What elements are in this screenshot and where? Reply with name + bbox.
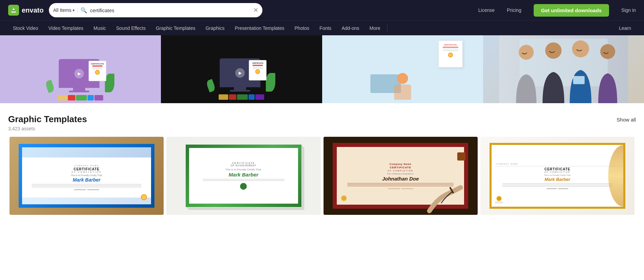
section-title: Graphic Templates (8, 114, 87, 125)
unlimited-downloads-button[interactable]: Get unlimited downloads (534, 4, 609, 17)
svg-point-5 (519, 45, 534, 60)
person-head (397, 73, 408, 84)
pricing-link[interactable]: Pricing (507, 7, 521, 13)
hero-image-row: ▶ CERTIFICATE (0, 35, 644, 103)
template-card-2[interactable]: Certificate OF ACHIEVEMENT This is to Pr… (166, 137, 320, 215)
logo[interactable]: envato (8, 5, 43, 16)
svg-point-8 (600, 44, 615, 59)
license-link[interactable]: License (478, 7, 495, 13)
play-icon-dark: ▶ (235, 68, 245, 78)
header: envato All Items ▾ 🔍 ✕ License Pricing G… (0, 0, 644, 20)
plant-right-dark (266, 73, 275, 92)
nav-music[interactable]: Music (89, 21, 111, 36)
template-card-4[interactable]: COMPANY NAME CERTIFICATE OF COMPLETION T… (480, 137, 634, 215)
show-all-link[interactable]: Show all (617, 117, 636, 123)
nav-addons[interactable]: Add-ons (337, 21, 364, 36)
monitor-group: ▶ CERTIFICATE (47, 59, 114, 92)
plant-right (105, 74, 114, 92)
svg-marker-0 (11, 8, 16, 13)
nav-bar: Stock Video Video Templates Music Sound … (0, 20, 644, 35)
svg-point-6 (545, 42, 562, 59)
section-count: 3,423 assets (8, 126, 87, 131)
cert-template-2: Certificate OF ACHIEVEMENT This is to Pr… (186, 145, 301, 207)
section-title-group: Graphic Templates 3,423 assets (8, 114, 87, 131)
signin-link[interactable]: Sign in (621, 7, 636, 13)
search-clear-icon[interactable]: ✕ (253, 6, 258, 14)
nav-graphics[interactable]: Graphics (201, 21, 229, 36)
nav-presentation-templates[interactable]: Presentation Templates (230, 21, 289, 36)
nav-fonts[interactable]: Fonts (315, 21, 336, 36)
svg-rect-10 (574, 77, 584, 83)
monitor-group-dark: ▶ CERTIFICATE (207, 58, 275, 92)
books-row (58, 95, 103, 100)
purple-illustration: ▶ CERTIFICATE (0, 35, 161, 103)
floating-cert: CERTIFICATE (438, 40, 463, 68)
monitor-dark: ▶ CERTIFICATE (220, 58, 260, 92)
svg-rect-4 (519, 39, 608, 86)
nav-stock-video[interactable]: Stock Video (8, 21, 43, 36)
hero-card-3[interactable]: CERTIFICATE (322, 35, 483, 103)
nav-more[interactable]: More (365, 21, 385, 36)
chevron-down-icon: ▾ (73, 8, 75, 13)
nav-photos[interactable]: Photos (290, 21, 314, 36)
monitor-1: ▶ CERTIFICATE (59, 59, 99, 92)
logo-icon (8, 5, 19, 16)
play-icon: ▶ (74, 69, 84, 78)
svg-rect-1 (12, 11, 15, 11)
person-body (394, 85, 411, 100)
search-filter-label: All Items (53, 7, 71, 13)
hero-card-4[interactable] (483, 35, 644, 103)
lightblue-illustration: CERTIFICATE (322, 35, 483, 103)
cert-template-4: COMPANY NAME CERTIFICATE OF COMPLETION T… (490, 143, 625, 208)
search-bar[interactable]: All Items ▾ 🔍 ✕ (49, 3, 262, 17)
plant-left-dark (207, 80, 214, 92)
cert-template-1: COMPANY NAME CERTIFICATE OF COMPLETION T… (19, 144, 154, 208)
hero-card-1[interactable]: ▶ CERTIFICATE (0, 35, 161, 103)
svg-point-7 (572, 40, 589, 57)
signing-hand-svg (401, 176, 478, 215)
template-card-1[interactable]: COMPANY NAME CERTIFICATE OF COMPLETION T… (10, 137, 164, 215)
nav-divider (387, 24, 387, 32)
books-row-dark (219, 94, 264, 100)
graphic-templates-section-header: Graphic Templates 3,423 assets Show all (0, 103, 644, 137)
logo-text: envato (22, 6, 43, 14)
search-input[interactable] (90, 7, 250, 13)
black-illustration: ▶ CERTIFICATE (161, 35, 322, 103)
plant-left (47, 80, 53, 92)
template-card-3[interactable]: Company Name CERTIFICATE OF COMPLETION T… (324, 137, 478, 215)
nav-video-templates[interactable]: Video Templates (43, 21, 88, 36)
search-icon: 🔍 (80, 7, 87, 14)
nav-sound-effects[interactable]: Sound Effects (111, 21, 150, 36)
desk-person (394, 73, 411, 100)
hero-card-2[interactable]: ▶ CERTIFICATE (161, 35, 322, 103)
templates-grid: COMPANY NAME CERTIFICATE OF COMPLETION T… (0, 137, 644, 215)
main-content: ▶ CERTIFICATE (0, 35, 644, 215)
business-people-svg (483, 35, 644, 103)
nav-learn[interactable]: Learn (614, 21, 636, 36)
nav-graphic-templates[interactable]: Graphic Templates (151, 21, 200, 36)
search-filter-dropdown[interactable]: All Items ▾ (53, 7, 78, 13)
